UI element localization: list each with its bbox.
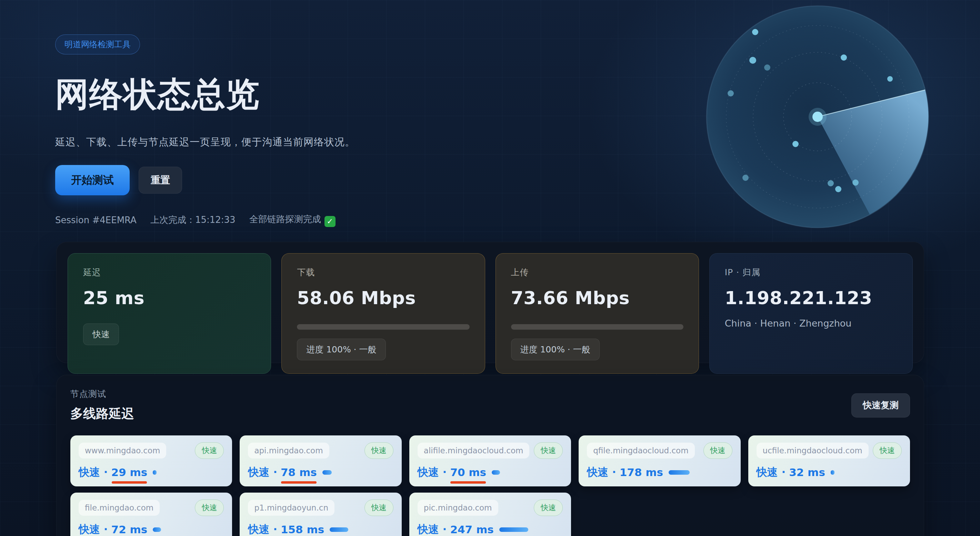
node-latency-value: 247 ms <box>450 523 493 536</box>
node-host: www.mingdao.com <box>79 442 166 458</box>
radar-blip <box>827 180 834 186</box>
start-test-button[interactable]: 开始测试 <box>55 165 130 195</box>
session-row: Session #4EEMRA 上次完成：15:12:33 全部链路探测完成✓ <box>55 213 641 227</box>
node-latency-row: 快速 · 72 ms <box>79 522 224 536</box>
node-host: p1.mingdaoyun.cn <box>248 500 334 516</box>
node-latency-row: 快速 · 158 ms <box>248 522 393 536</box>
node-host: ucfile.mingdaocloud.com <box>757 442 869 458</box>
radar-svg <box>706 5 930 229</box>
stats-panel: 延迟 25 ms 快速 下载 58.06 Mbps 进度 100% · 一般 上… <box>56 242 924 363</box>
quick-retest-button[interactable]: 快速复测 <box>851 393 910 417</box>
node-card: p1.mingdaoyun.cn 快速 快速 · 158 ms <box>240 493 401 536</box>
node-card: file.mingdao.com 快速 快速 · 72 ms <box>70 493 232 536</box>
page-subtitle: 延迟、下载、上传与节点延迟一页呈现，便于沟通当前网络状况。 <box>55 135 641 149</box>
latency-bar <box>669 470 690 475</box>
node-latency-prefix: 快速 · <box>79 522 108 536</box>
page-title: 网络状态总览 <box>55 72 641 117</box>
node-latency-prefix: 快速 · <box>248 465 277 479</box>
latency-bar <box>499 527 528 532</box>
radar-blip <box>853 179 859 186</box>
node-card: alifile.mingdaocloud.com 快速 快速 · 70 ms <box>409 435 571 487</box>
latency-card: 延迟 25 ms 快速 <box>68 253 271 374</box>
node-latency-row: 快速 · 78 ms <box>248 465 393 479</box>
node-latency-row: 快速 · 247 ms <box>418 522 563 536</box>
radar-blip <box>841 54 847 60</box>
node-latency-value: 78 ms <box>281 466 317 479</box>
node-host: api.mingdao.com <box>248 442 329 458</box>
nodes-section-label: 节点测试 <box>70 388 134 400</box>
radar-blip <box>752 29 758 35</box>
upload-progress-track <box>511 324 683 330</box>
radar-blip <box>728 90 734 97</box>
radar-visualization <box>706 5 930 229</box>
latency-underline <box>112 481 147 484</box>
radar-blip <box>742 174 749 181</box>
node-card: pic.mingdao.com 快速 快速 · 247 ms <box>409 493 571 536</box>
node-status-badge: 快速 <box>703 442 732 459</box>
ip-label: IP · 归属 <box>725 266 897 278</box>
page-background: 明道网络检测工具 网络状态总览 延迟、下载、上传与节点延迟一页呈现，便于沟通当前… <box>0 0 980 536</box>
latency-underline <box>450 481 486 484</box>
node-card: www.mingdao.com 快速 快速 · 29 ms <box>70 435 232 487</box>
node-status-badge: 快速 <box>534 500 563 516</box>
node-host: alifile.mingdaocloud.com <box>418 442 530 458</box>
download-progress-fill <box>297 324 469 330</box>
node-latency-row: 快速 · 178 ms <box>587 465 732 479</box>
node-card: ucfile.mingdaocloud.com 快速 快速 · 32 ms <box>748 435 910 487</box>
upload-progress-fill <box>511 324 683 330</box>
node-latency-value: 70 ms <box>450 466 486 479</box>
node-card: api.mingdao.com 快速 快速 · 78 ms <box>240 435 401 487</box>
download-label: 下载 <box>297 266 469 278</box>
nodes-title: 多线路延迟 <box>70 405 134 422</box>
probe-status: 全部链路探测完成✓ <box>249 213 336 227</box>
ip-value: 1.198.221.123 <box>725 288 897 308</box>
latency-bar <box>153 470 157 475</box>
radar-center-dot <box>812 112 823 122</box>
node-latency-row: 快速 · 29 ms <box>79 465 224 479</box>
radar-blip <box>835 186 842 192</box>
latency-value: 25 ms <box>83 288 256 308</box>
node-latency-value: 29 ms <box>111 466 148 479</box>
upload-progress-badge: 进度 100% · 一般 <box>511 339 600 360</box>
node-status-badge: 快速 <box>534 442 563 459</box>
node-host: qfile.mingdaocloud.com <box>587 442 694 458</box>
node-latency-value: 178 ms <box>620 466 663 479</box>
latency-bar <box>153 527 161 532</box>
node-latency-prefix: 快速 · <box>79 465 108 479</box>
nodes-heading-group: 节点测试 多线路延迟 <box>70 388 134 422</box>
node-status-badge: 快速 <box>364 500 393 516</box>
latency-status-badge: 快速 <box>83 324 119 345</box>
node-host: pic.mingdao.com <box>418 500 498 516</box>
reset-button[interactable]: 重置 <box>138 167 182 193</box>
node-status-badge: 快速 <box>364 442 393 459</box>
upload-card: 上传 73.66 Mbps 进度 100% · 一般 <box>496 253 699 374</box>
ip-card: IP · 归属 1.198.221.123 China · Henan · Zh… <box>709 253 913 374</box>
node-latency-value: 158 ms <box>281 523 324 536</box>
radar-blip <box>887 76 893 82</box>
node-latency-prefix: 快速 · <box>587 465 616 479</box>
latency-bar <box>330 527 348 532</box>
download-value: 58.06 Mbps <box>297 288 469 308</box>
latency-bar <box>322 470 332 475</box>
session-id: Session #4EEMRA <box>55 215 137 225</box>
check-icon: ✓ <box>325 216 336 227</box>
node-card: qfile.mingdaocloud.com 快速 快速 · 178 ms <box>579 435 740 487</box>
nodes-grid: www.mingdao.com 快速 快速 · 29 ms api.mingda… <box>70 435 910 536</box>
upload-value: 73.66 Mbps <box>511 288 683 308</box>
node-status-badge: 快速 <box>873 442 902 459</box>
nodes-header: 节点测试 多线路延迟 快速复测 <box>70 388 910 422</box>
action-buttons: 开始测试 重置 <box>55 165 641 195</box>
upload-label: 上传 <box>511 266 683 278</box>
node-latency-prefix: 快速 · <box>418 522 447 536</box>
nodes-panel: 节点测试 多线路延迟 快速复测 www.mingdao.com 快速 快速 · … <box>56 375 924 536</box>
node-latency-value: 32 ms <box>789 466 825 479</box>
app-badge: 明道网络检测工具 <box>55 35 140 54</box>
last-completed-time: 上次完成：15:12:33 <box>150 214 235 226</box>
hero-section: 明道网络检测工具 网络状态总览 延迟、下载、上传与节点延迟一页呈现，便于沟通当前… <box>55 0 641 227</box>
node-status-badge: 快速 <box>195 442 224 459</box>
download-progress-track <box>297 324 469 330</box>
radar-blip <box>792 141 799 147</box>
ip-location: China · Henan · Zhengzhou <box>725 318 897 328</box>
node-latency-prefix: 快速 · <box>418 465 447 479</box>
node-status-badge: 快速 <box>195 500 224 516</box>
